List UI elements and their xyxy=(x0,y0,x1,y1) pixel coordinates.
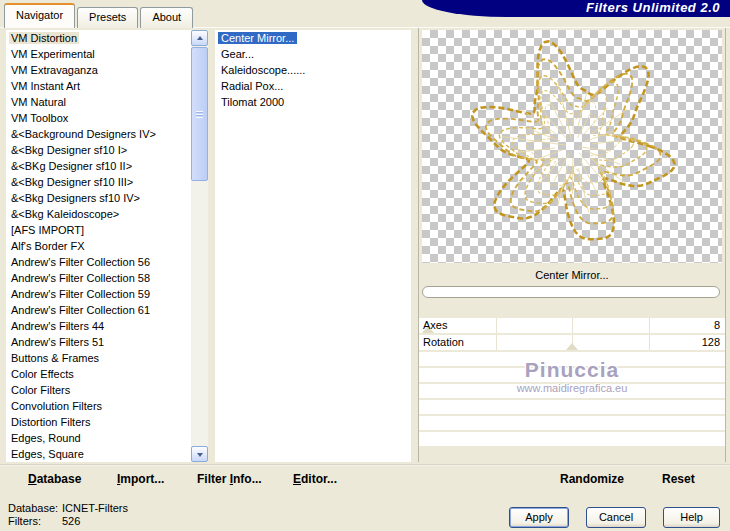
status-row: Database:ICNET-Filters xyxy=(8,502,128,515)
filter-item-label: Tilomat 2000 xyxy=(218,96,287,108)
category-item[interactable]: Color Effects xyxy=(6,366,191,382)
tab-presets[interactable]: Presets xyxy=(77,7,138,28)
category-item-label: Andrew's Filter Collection 59 xyxy=(9,288,152,300)
slider-value: 128 xyxy=(702,335,720,350)
tab-navigator[interactable]: Navigator xyxy=(4,3,75,28)
slider-row-empty xyxy=(419,352,725,366)
category-list[interactable]: VM DistortionVM ExperimentalVM Extravaga… xyxy=(6,30,191,462)
filter-item[interactable]: Radial Pox... xyxy=(215,78,411,94)
category-item-label: Andrew's Filter Collection 61 xyxy=(9,304,152,316)
category-item[interactable]: Buttons & Frames xyxy=(6,350,191,366)
category-item[interactable]: VM Natural xyxy=(6,94,191,110)
category-item[interactable]: VM Extravaganza xyxy=(6,62,191,78)
filter-item[interactable]: Kaleidoscope...... xyxy=(215,62,411,78)
category-item[interactable]: &<Bkg Designers sf10 IV> xyxy=(6,190,191,206)
status-row: Filters:526 xyxy=(8,515,128,528)
category-item[interactable]: Andrew's Filters 44 xyxy=(6,318,191,334)
category-item[interactable]: &<Background Designers IV> xyxy=(6,126,191,142)
category-item-label: Andrew's Filters 51 xyxy=(9,336,106,348)
slider-label: Axes xyxy=(423,318,447,333)
category-item[interactable]: VM Distortion xyxy=(6,30,191,46)
gold-fractal-image xyxy=(422,30,722,263)
category-item-label: &<Bkg Designer sf10 III> xyxy=(9,176,135,188)
filter-item-label: Center Mirror... xyxy=(218,32,297,44)
filter-item[interactable]: Tilomat 2000 xyxy=(215,94,411,110)
filter-item[interactable]: Gear... xyxy=(215,46,411,62)
action-bar: DatabaseImport...Filter Info...Editor...… xyxy=(0,466,730,493)
import-button[interactable]: Import... xyxy=(117,472,164,486)
category-scrollbar[interactable] xyxy=(191,30,208,462)
slider-tick xyxy=(649,318,650,333)
slider-value: 8 xyxy=(714,318,720,333)
slider-row-empty xyxy=(419,400,725,414)
status-area: Database:ICNET-FiltersFilters:526 xyxy=(8,502,128,528)
category-item[interactable]: Edges, Round xyxy=(6,430,191,446)
slider-tick xyxy=(572,318,573,333)
category-item[interactable]: [AFS IMPORT] xyxy=(6,222,191,238)
category-item[interactable]: Edges, Square xyxy=(6,446,191,462)
randomize-button[interactable]: Randomize xyxy=(560,472,624,486)
category-item-label: Alf's Border FX xyxy=(9,240,87,252)
category-item-label: Color Filters xyxy=(9,384,72,396)
slider-stack: Axes8Rotation128 xyxy=(419,318,725,448)
category-item[interactable]: &<Bkg Designer sf10 III> xyxy=(6,174,191,190)
category-item[interactable]: VM Toolbox xyxy=(6,110,191,126)
scroll-up-icon[interactable] xyxy=(191,30,208,46)
category-item[interactable]: VM Experimental xyxy=(6,46,191,62)
category-item[interactable]: Andrew's Filter Collection 58 xyxy=(6,270,191,286)
scrollbar-thumb[interactable] xyxy=(191,47,208,181)
status-value: ICNET-Filters xyxy=(62,502,128,514)
category-item[interactable]: Andrew's Filter Collection 61 xyxy=(6,302,191,318)
cancel-button[interactable]: Cancel xyxy=(586,507,646,528)
category-item-label: Distortion Filters xyxy=(9,416,92,428)
filter-item-label: Kaleidoscope...... xyxy=(218,64,308,76)
category-item[interactable]: Alf's Border FX xyxy=(6,238,191,254)
tab-about[interactable]: About xyxy=(140,7,193,28)
filter-item[interactable]: Center Mirror... xyxy=(215,30,411,46)
category-item[interactable]: &<Bkg Kaleidoscope> xyxy=(6,206,191,222)
progress-bar xyxy=(422,286,720,298)
category-item[interactable]: &<Bkg Designer sf10 I> xyxy=(6,142,191,158)
slider-row-empty xyxy=(419,384,725,398)
category-item-label: VM Experimental xyxy=(9,48,97,60)
category-item-label: Buttons & Frames xyxy=(9,352,101,364)
preview-canvas xyxy=(422,30,722,263)
slider-row-empty xyxy=(419,432,725,446)
category-item-label: VM Distortion xyxy=(9,32,79,44)
category-item-label: Convolution Filters xyxy=(9,400,104,412)
editor-button[interactable]: Editor... xyxy=(293,472,337,486)
category-item[interactable]: Andrew's Filters 51 xyxy=(6,334,191,350)
database-button[interactable]: Database xyxy=(28,472,81,486)
filter-info-button[interactable]: Filter Info... xyxy=(197,472,262,486)
category-item-label: VM Instant Art xyxy=(9,80,82,92)
slider-tick xyxy=(496,318,497,333)
slider-axes[interactable]: Axes8 xyxy=(419,318,725,333)
filter-list[interactable]: Center Mirror...Gear...Kaleidoscope.....… xyxy=(215,30,411,462)
reset-button[interactable]: Reset xyxy=(662,472,695,486)
scrollbar-grip-icon xyxy=(196,111,203,118)
slider-row-empty xyxy=(419,368,725,382)
category-item-label: VM Toolbox xyxy=(9,112,70,124)
category-item-label: Andrew's Filters 44 xyxy=(9,320,106,332)
selected-filter-label: Center Mirror... xyxy=(419,268,725,282)
category-item-label: &<Bkg Kaleidoscope> xyxy=(9,208,121,220)
filter-item-label: Radial Pox... xyxy=(218,80,286,92)
category-item-label: [AFS IMPORT] xyxy=(9,224,86,236)
slider-tick xyxy=(496,335,497,350)
apply-button[interactable]: Apply xyxy=(509,507,569,528)
slider-rotation[interactable]: Rotation128 xyxy=(419,335,725,350)
category-item[interactable]: Color Filters xyxy=(6,382,191,398)
category-item-label: VM Natural xyxy=(9,96,68,108)
category-item[interactable]: &<BKg Designer sf10 II> xyxy=(6,158,191,174)
slider-label: Rotation xyxy=(423,335,464,350)
category-item[interactable]: Distortion Filters xyxy=(6,414,191,430)
slider-row-empty xyxy=(419,416,725,430)
category-item[interactable]: VM Instant Art xyxy=(6,78,191,94)
scroll-down-icon[interactable] xyxy=(191,446,208,462)
help-button[interactable]: Help xyxy=(663,507,720,528)
filter-item-label: Gear... xyxy=(218,48,257,60)
category-item[interactable]: Convolution Filters xyxy=(6,398,191,414)
category-item[interactable]: Andrew's Filter Collection 59 xyxy=(6,286,191,302)
slider-thumb-icon[interactable] xyxy=(566,343,578,350)
category-item[interactable]: Andrew's Filter Collection 56 xyxy=(6,254,191,270)
